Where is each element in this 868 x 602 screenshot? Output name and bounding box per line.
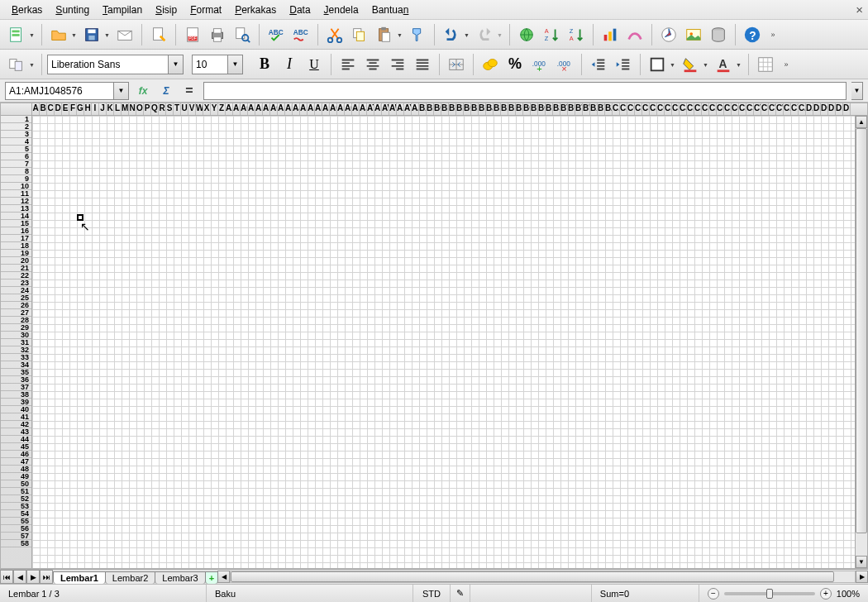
col-header[interactable]: CS — [746, 103, 754, 115]
row-header[interactable]: 14 — [1, 213, 31, 220]
col-header[interactable]: BE — [449, 103, 456, 115]
col-header[interactable]: DF — [843, 103, 851, 115]
row-header[interactable]: 6 — [1, 153, 31, 160]
col-header[interactable]: AT — [367, 103, 374, 115]
row-header[interactable]: 10 — [1, 183, 31, 190]
formula-input[interactable] — [203, 82, 847, 100]
col-header[interactable]: AH — [278, 103, 285, 115]
paste-button[interactable]: ▼ — [373, 23, 396, 46]
col-header[interactable]: BZ — [605, 103, 613, 115]
col-header[interactable]: AW — [389, 103, 397, 115]
col-header[interactable]: R — [159, 103, 166, 115]
col-header[interactable]: BC — [434, 103, 441, 115]
col-header[interactable]: CW — [776, 103, 784, 115]
scroll-left-button[interactable]: ◀ — [217, 571, 230, 583]
col-header[interactable]: I — [92, 103, 99, 115]
col-header[interactable]: CG — [657, 103, 665, 115]
col-header[interactable]: BH — [471, 103, 479, 115]
row-header[interactable]: 41 — [1, 413, 31, 421]
row-header[interactable]: 24 — [1, 287, 31, 294]
chart-button[interactable] — [599, 23, 622, 46]
column-headers[interactable]: ABCDEFGHIJKLMNOPQRSTUVWXYZAAABACADAEAFAG… — [1, 103, 867, 116]
sheet-tab-1[interactable]: Lembar1 — [53, 571, 106, 584]
col-header[interactable]: AV — [382, 103, 389, 115]
new-doc-button[interactable]: ▼ — [5, 23, 28, 46]
italic-button[interactable]: I — [278, 53, 301, 76]
row-header[interactable]: 44 — [1, 436, 31, 443]
row-header[interactable]: 2 — [1, 123, 31, 131]
auto-spellcheck-button[interactable]: ABC — [289, 23, 312, 46]
col-header[interactable]: BL — [501, 103, 508, 115]
format-paintbrush-button[interactable] — [406, 23, 429, 46]
row-header[interactable]: 48 — [1, 466, 31, 473]
row-header[interactable]: 19 — [1, 250, 31, 257]
zoom-out-button[interactable]: − — [708, 588, 719, 600]
sheet-tab-2[interactable]: Lembar2 — [105, 571, 155, 584]
col-header[interactable]: BT — [560, 103, 568, 115]
col-header[interactable]: CZ — [799, 103, 806, 115]
row-header[interactable]: 33 — [1, 354, 31, 361]
col-header[interactable]: CD — [635, 103, 642, 115]
col-header[interactable]: DD — [828, 103, 836, 115]
col-header[interactable]: BY — [598, 103, 605, 115]
underline-button[interactable]: U — [303, 53, 326, 76]
col-header[interactable]: U — [181, 103, 188, 115]
undo-button[interactable]: ▼ — [440, 23, 463, 46]
col-header[interactable]: W — [196, 103, 203, 115]
col-header[interactable]: BK — [494, 103, 501, 115]
col-header[interactable]: S — [166, 103, 174, 115]
row-header[interactable]: 42 — [1, 421, 31, 428]
add-sheet-button[interactable]: + — [205, 571, 218, 584]
font-name-combo[interactable]: Liberation Sans▼ — [47, 55, 184, 74]
function-wizard-button[interactable]: fx — [134, 82, 152, 100]
row-header[interactable]: 32 — [1, 346, 31, 354]
col-header[interactable]: CE — [642, 103, 650, 115]
row-header[interactable]: 11 — [1, 190, 31, 198]
print-preview-button[interactable] — [231, 23, 254, 46]
col-header[interactable]: CF — [650, 103, 657, 115]
col-header[interactable]: BW — [583, 103, 590, 115]
borders-button[interactable]: ▼ — [646, 53, 669, 76]
col-header[interactable]: DE — [836, 103, 843, 115]
row-header[interactable]: 47 — [1, 458, 31, 466]
currency-button[interactable] — [479, 53, 502, 76]
add-decimal-button[interactable]: .000+ — [528, 53, 551, 76]
cells-area[interactable]: ↖ — [32, 116, 855, 568]
cut-button[interactable] — [323, 23, 346, 46]
row-header[interactable]: 45 — [1, 443, 31, 451]
col-header[interactable]: CB — [620, 103, 627, 115]
row-header[interactable]: 54 — [1, 510, 31, 518]
remove-decimal-button[interactable]: .000× — [553, 53, 576, 76]
align-right-button[interactable] — [386, 53, 409, 76]
row-header[interactable]: 56 — [1, 525, 31, 533]
col-header[interactable]: BV — [575, 103, 583, 115]
col-header[interactable]: CV — [769, 103, 776, 115]
open-button[interactable]: ▼ — [47, 23, 70, 46]
gallery-button[interactable] — [682, 23, 705, 46]
row-header[interactable]: 49 — [1, 473, 31, 480]
merge-cells-button[interactable] — [445, 53, 468, 76]
row-header[interactable]: 55 — [1, 518, 31, 525]
decrease-indent-button[interactable] — [587, 53, 610, 76]
col-header[interactable]: CN — [709, 103, 717, 115]
col-header[interactable]: AF — [263, 103, 270, 115]
row-header[interactable]: 8 — [1, 168, 31, 175]
col-header[interactable]: DC — [821, 103, 828, 115]
col-header[interactable]: BQ — [538, 103, 546, 115]
show-draw-button[interactable] — [623, 23, 646, 46]
row-header[interactable]: 51 — [1, 488, 31, 495]
col-header[interactable]: AR — [352, 103, 360, 115]
col-header[interactable]: AE — [255, 103, 263, 115]
row-headers[interactable]: 1234567891011121314151617181920212223242… — [1, 116, 32, 568]
row-header[interactable]: 18 — [1, 242, 31, 250]
col-header[interactable]: CI — [672, 103, 680, 115]
row-header[interactable]: 4 — [1, 138, 31, 146]
row-header[interactable]: 17 — [1, 235, 31, 242]
export-pdf-button[interactable]: PDF — [181, 23, 204, 46]
row-header[interactable]: 31 — [1, 339, 31, 346]
col-header[interactable]: DA — [806, 103, 813, 115]
col-header[interactable]: AJ — [293, 103, 300, 115]
col-header[interactable]: N — [129, 103, 136, 115]
col-header[interactable]: BS — [553, 103, 560, 115]
formula-expand-button[interactable]: ▼ — [851, 82, 863, 100]
